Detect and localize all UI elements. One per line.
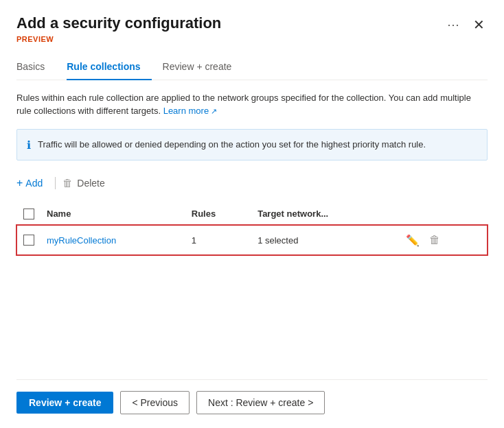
close-button[interactable]: ✕ bbox=[470, 16, 488, 33]
toolbar: + Add 🗑 Delete bbox=[16, 174, 488, 192]
col-header-checkbox bbox=[16, 203, 41, 226]
col-header-actions bbox=[399, 203, 488, 226]
toolbar-separator bbox=[55, 177, 56, 189]
trash-row-icon: 🗑 bbox=[429, 234, 440, 246]
tabs: Basics Rule collections Review + create bbox=[16, 56, 488, 80]
info-icon: ℹ bbox=[27, 139, 31, 152]
footer: Review + create < Previous Next : Review… bbox=[16, 379, 488, 428]
more-options-button[interactable]: ⋯ bbox=[444, 17, 462, 32]
table-header-row: Name Rules Target network... bbox=[16, 203, 488, 226]
table-row: myRuleCollection 1 1 selected ✏️ 🗑 bbox=[16, 225, 488, 255]
learn-more-link[interactable]: Learn more bbox=[163, 106, 218, 116]
delete-button[interactable]: 🗑 Delete bbox=[62, 174, 104, 191]
tab-basics[interactable]: Basics bbox=[16, 56, 56, 80]
row-actions-cell: ✏️ 🗑 bbox=[399, 225, 488, 255]
row-target-network-cell: 1 selected bbox=[252, 225, 399, 255]
row-checkbox-cell bbox=[16, 225, 41, 255]
row-name-cell: myRuleCollection bbox=[41, 225, 186, 255]
dialog-title: Add a security configuration bbox=[16, 14, 444, 34]
info-box: ℹ Traffic will be allowed or denied depe… bbox=[16, 129, 488, 160]
description-main: Rules within each rule collection are ap… bbox=[16, 93, 471, 117]
add-button[interactable]: + Add bbox=[16, 174, 48, 192]
info-box-text: Traffic will be allowed or denied depend… bbox=[38, 138, 426, 152]
col-header-target-network: Target network... bbox=[252, 203, 399, 226]
next-button[interactable]: Next : Review + create > bbox=[196, 391, 325, 414]
dialog-preview-badge: PREVIEW bbox=[16, 35, 444, 43]
trash-icon: 🗑 bbox=[62, 177, 73, 189]
edit-row-button[interactable]: ✏️ bbox=[404, 233, 421, 248]
tab-review-create[interactable]: Review + create bbox=[163, 56, 243, 80]
delete-label: Delete bbox=[77, 178, 104, 189]
dialog-header: Add a security configuration PREVIEW ⋯ ✕ bbox=[16, 14, 488, 43]
delete-row-button[interactable]: 🗑 bbox=[428, 233, 442, 248]
col-header-rules: Rules bbox=[186, 203, 252, 226]
rule-collections-table: Name Rules Target network... myRuleColle… bbox=[16, 203, 488, 255]
add-security-config-dialog: Add a security configuration PREVIEW ⋯ ✕… bbox=[0, 0, 504, 428]
rule-collections-table-container: Name Rules Target network... myRuleColle… bbox=[16, 203, 488, 379]
tab-rule-collections[interactable]: Rule collections bbox=[67, 56, 151, 80]
pencil-icon: ✏️ bbox=[406, 235, 420, 246]
rule-name-link[interactable]: myRuleCollection bbox=[47, 235, 116, 246]
review-create-button[interactable]: Review + create bbox=[16, 392, 113, 414]
description-text: Rules within each rule collection are ap… bbox=[16, 91, 488, 118]
previous-button[interactable]: < Previous bbox=[120, 391, 190, 414]
header-checkbox[interactable] bbox=[23, 209, 34, 219]
dialog-title-block: Add a security configuration PREVIEW bbox=[16, 14, 444, 43]
row-action-buttons: ✏️ 🗑 bbox=[404, 233, 479, 248]
row-rules-cell: 1 bbox=[186, 225, 252, 255]
add-label: Add bbox=[25, 178, 43, 189]
row-checkbox[interactable] bbox=[23, 235, 34, 246]
plus-icon: + bbox=[16, 177, 23, 189]
col-header-name: Name bbox=[41, 203, 186, 226]
header-icons: ⋯ ✕ bbox=[444, 16, 488, 33]
